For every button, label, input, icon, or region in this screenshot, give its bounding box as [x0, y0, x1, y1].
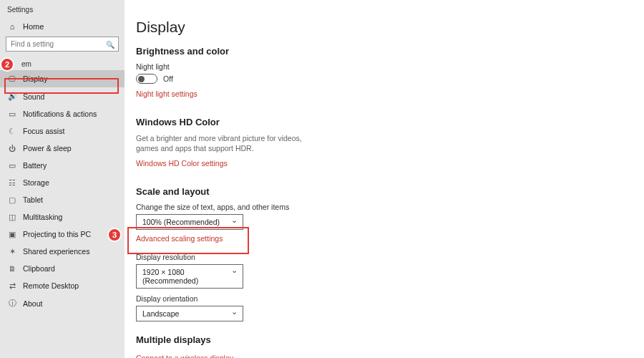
annotation-badge-2: 2	[0, 57, 14, 72]
text-size-select[interactable]: 100% (Recommended)	[136, 214, 243, 230]
search-wrap: 🔍	[6, 37, 119, 52]
orientation-label: Display orientation	[136, 294, 624, 303]
sidebar-item-shared[interactable]: ✶ Shared experiences	[0, 243, 125, 260]
app-title: Settings	[0, 0, 125, 18]
resolution-select[interactable]: 1920 × 1080 (Recommended)	[136, 264, 243, 289]
remote-icon: ⇄	[7, 281, 17, 290]
sidebar-item-power[interactable]: ⏻ Power & sleep	[0, 140, 125, 157]
nav-list: 🖵 Display 🔊 Sound ▭ Notifications & acti…	[0, 70, 125, 358]
display-icon: 🖵	[7, 74, 17, 83]
page-title: Display	[136, 19, 624, 36]
section-multi-heading: Multiple displays	[136, 334, 624, 345]
night-light-settings-link[interactable]: Night light settings	[136, 90, 197, 98]
notifications-icon: ▭	[7, 110, 17, 118]
sidebar-item-notifications[interactable]: ▭ Notifications & actions	[0, 105, 125, 122]
sidebar-item-label: Power & sleep	[23, 144, 72, 153]
search-icon: 🔍	[106, 40, 114, 48]
night-light-label: Night light	[136, 62, 624, 71]
main-panel: Display Brightness and color Night light…	[125, 0, 644, 358]
sidebar-group-label: em	[0, 57, 125, 70]
sidebar: Settings ⌂ Home 🔍 em 🖵 Display 🔊 Sound ▭…	[0, 0, 125, 358]
sidebar-item-label: Remote Desktop	[23, 281, 79, 290]
clipboard-icon: 🗎	[7, 264, 17, 273]
sidebar-item-label: Sound	[23, 92, 44, 101]
home-icon: ⌂	[7, 22, 17, 31]
sidebar-item-about[interactable]: ⓘ About	[0, 294, 125, 313]
sidebar-item-label: Battery	[23, 161, 47, 170]
sidebar-item-label: Multitasking	[23, 213, 62, 221]
section-hdcolor-heading: Windows HD Color	[136, 117, 624, 127]
orientation-select[interactable]: Landscape	[136, 306, 243, 321]
sidebar-item-projecting[interactable]: ▣ Projecting to this PC	[0, 226, 125, 243]
sidebar-item-label: Clipboard	[23, 264, 55, 273]
about-icon: ⓘ	[7, 299, 17, 309]
night-light-state: Off	[163, 74, 173, 83]
tablet-icon: ▢	[7, 195, 17, 204]
advanced-scaling-link[interactable]: Advanced scaling settings	[136, 234, 223, 243]
focus-icon: ☾	[7, 127, 17, 135]
sidebar-item-multitasking[interactable]: ◫ Multitasking	[0, 208, 125, 226]
settings-app: Settings ⌂ Home 🔍 em 🖵 Display 🔊 Sound ▭…	[0, 0, 644, 358]
shared-icon: ✶	[7, 247, 17, 256]
hdcolor-settings-link[interactable]: Windows HD Color settings	[136, 159, 228, 168]
hdcolor-desc: Get a brighter and more vibrant picture …	[136, 133, 315, 153]
sidebar-item-tablet[interactable]: ▢ Tablet	[0, 191, 125, 208]
sidebar-item-label: About	[23, 299, 42, 308]
sidebar-item-battery[interactable]: ▭ Battery	[0, 157, 125, 174]
home-link[interactable]: ⌂ Home	[0, 18, 125, 37]
orientation-value: Landscape	[142, 309, 179, 318]
power-icon: ⏻	[7, 144, 17, 153]
resolution-value: 1920 × 1080 (Recommended)	[142, 268, 227, 285]
sidebar-item-storage[interactable]: ☷ Storage	[0, 174, 125, 191]
section-scale-heading: Scale and layout	[136, 186, 624, 197]
sidebar-item-sound[interactable]: 🔊 Sound	[0, 87, 125, 105]
wireless-display-link[interactable]: Connect to a wireless display	[136, 354, 233, 358]
battery-icon: ▭	[7, 161, 17, 170]
sidebar-item-label: Storage	[23, 178, 49, 187]
sidebar-item-label: Tablet	[23, 195, 43, 204]
search-input[interactable]	[6, 37, 119, 52]
storage-icon: ☷	[7, 178, 17, 187]
section-brightness-heading: Brightness and color	[136, 46, 624, 57]
home-label: Home	[23, 22, 44, 31]
sidebar-item-clipboard[interactable]: 🗎 Clipboard	[0, 260, 125, 277]
night-light-toggle-row: Off	[136, 74, 624, 84]
sidebar-item-remote[interactable]: ⇄ Remote Desktop	[0, 277, 125, 294]
sidebar-item-label: Projecting to this PC	[23, 230, 91, 238]
text-size-value: 100% (Recommended)	[142, 218, 220, 226]
sidebar-item-display[interactable]: 🖵 Display	[0, 70, 125, 87]
resolution-label: Display resolution	[136, 253, 624, 261]
night-light-toggle[interactable]	[136, 74, 157, 84]
sidebar-item-label: Focus assist	[23, 127, 64, 135]
sound-icon: 🔊	[7, 92, 17, 101]
sidebar-item-focus[interactable]: ☾ Focus assist	[0, 122, 125, 140]
projecting-icon: ▣	[7, 230, 17, 238]
text-size-label: Change the size of text, apps, and other…	[136, 203, 624, 211]
annotation-badge-3: 3	[107, 228, 122, 242]
multitasking-icon: ◫	[7, 213, 17, 221]
sidebar-item-label: Display	[23, 74, 47, 83]
sidebar-item-label: Notifications & actions	[23, 110, 97, 118]
sidebar-item-label: Shared experiences	[23, 247, 89, 256]
